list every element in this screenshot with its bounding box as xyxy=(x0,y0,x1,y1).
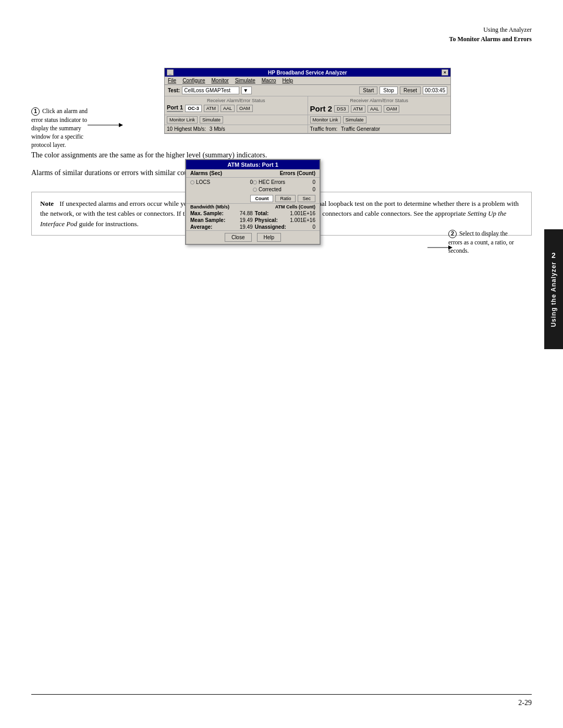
port2-tab-ds3[interactable]: DS3 xyxy=(334,105,349,113)
atm-popup-footer: Close Help xyxy=(186,230,320,244)
port1-simulate-btn[interactable]: Simulate xyxy=(200,116,223,124)
alarm-locs-label: LOCS xyxy=(190,179,237,185)
alarm-locs-value: 0 xyxy=(237,179,253,185)
average-label: Average: xyxy=(190,224,234,230)
footer-line xyxy=(31,694,532,695)
port2-traffic-cell: Traffic from: Traffic Generator xyxy=(308,125,451,133)
annotation-1-text: Click an alarm and error status indicato… xyxy=(31,108,88,148)
stop-button[interactable]: Stop xyxy=(380,87,398,94)
atm-cells-header: ATM Cells (Count) xyxy=(275,204,315,209)
max-sample-label: Max. Sample: xyxy=(190,211,234,216)
corrected-value: 0 xyxy=(300,187,315,192)
annotation-2: 2 Select to display the errors as a coun… xyxy=(448,229,521,255)
atm-section-header: Alarms (Sec) Errors (Count) xyxy=(186,169,320,178)
page-header: Using the Analyzer To Monitor Alarms and… xyxy=(449,25,532,44)
window-close-btn[interactable]: × xyxy=(442,69,448,76)
port2-section: Receiver Alarm/Error Status Port 2 DS3 A… xyxy=(308,96,451,115)
port2-traffic-value: Traffic Generator xyxy=(341,126,380,132)
toolbar-dropdown[interactable]: ▼ xyxy=(241,87,252,94)
window-menu: File Configure Monitor Simulate Macro He… xyxy=(165,77,450,85)
menu-configure[interactable]: Configure xyxy=(182,78,205,83)
menu-file[interactable]: File xyxy=(168,78,176,83)
port1-tab-aal[interactable]: AAL xyxy=(221,105,235,112)
max-sample-value: 74.88 xyxy=(234,211,253,216)
header-subtitle: Using the Analyzer xyxy=(449,25,532,34)
arrow-2 xyxy=(427,242,454,253)
errors-header: Errors (Count) xyxy=(280,170,315,176)
reset-button[interactable]: Reset xyxy=(400,87,421,94)
port1-status-header: Receiver Alarm/Error Status xyxy=(167,98,305,103)
atm-popup-title: ATM Status: Port 1 xyxy=(186,160,320,169)
bw-row-3: Average: 19.49 Unassigned: 0 xyxy=(186,224,320,230)
monitor-row: Monitor Link Simulate Monitor Link Simul… xyxy=(165,115,450,125)
atm-popup: ATM Status: Port 1 Alarms (Sec) Errors (… xyxy=(185,159,321,245)
error-corrected-cell: Corrected 0 xyxy=(253,187,315,192)
corrected-bullet xyxy=(253,188,257,192)
test-input[interactable] xyxy=(182,87,239,94)
screenshot-container: _ HP Broadband Service Analyzer × File C… xyxy=(123,68,532,134)
unassigned-value: 0 xyxy=(287,224,315,230)
port1-bandwidth-cell: 10 Highest Mb/s: 3 Mb/s xyxy=(165,125,308,133)
bw-row-1: Max. Sample: 74.88 Total: 1.001E+16 xyxy=(186,210,320,217)
locs-bullet xyxy=(190,180,194,184)
alarm-empty-cell xyxy=(190,187,253,192)
port2-tab-aal[interactable]: AAL xyxy=(368,105,382,113)
help-popup-btn[interactable]: Help xyxy=(257,233,282,242)
port2-name: Port 2 xyxy=(310,104,333,113)
total-label: Total: xyxy=(253,211,287,216)
window-minimize-btn[interactable]: _ xyxy=(167,69,174,76)
port1-tab-oc3[interactable]: OC-3 xyxy=(185,105,202,112)
port1-monitor-cell: Monitor Link Simulate xyxy=(165,115,308,125)
menu-monitor[interactable]: Monitor xyxy=(211,78,228,83)
window-titlebar: _ HP Broadband Service Analyzer × xyxy=(165,68,450,77)
mean-sample-value: 19.49 xyxy=(234,217,253,223)
tab-count[interactable]: Count xyxy=(250,195,273,202)
port1-tab-oam[interactable]: OAM xyxy=(237,105,253,112)
header-title: To Monitor Alarms and Errors xyxy=(449,34,532,44)
page-footer: 2-29 xyxy=(31,694,532,707)
start-button[interactable]: Start xyxy=(359,87,377,94)
svg-marker-3 xyxy=(448,245,452,250)
port1-section: Receiver Alarm/Error Status Port 1 OC-3 … xyxy=(165,96,308,115)
port2-tab-atm[interactable]: ATM xyxy=(351,105,365,113)
tab-ratio[interactable]: Ratio xyxy=(275,195,296,202)
note-suffix: guide for instructions. xyxy=(77,220,139,228)
mean-sample-label: Mean Sample: xyxy=(190,217,234,223)
chapter-number: 2 xyxy=(552,251,556,260)
annotation-2-text: Select to display the errors as a count,… xyxy=(448,230,514,254)
test-label: Test: xyxy=(168,88,180,93)
port2-traffic-label: Traffic from: xyxy=(310,126,338,132)
annotation-circle-1: 1 xyxy=(31,107,40,116)
port2-status-header: Receiver Alarm/Error Status xyxy=(310,98,449,103)
port2-monitor-btn[interactable]: Monitor Link xyxy=(310,116,341,124)
chapter-tab: 2 Using the Analyzer xyxy=(544,229,563,349)
tab-sec[interactable]: Sec xyxy=(298,195,315,202)
error-hec-cell: HEC Errors 0 xyxy=(253,179,315,185)
hec-error-value: 0 xyxy=(300,179,315,185)
bandwidth-row: 10 Highest Mb/s: 3 Mb/s Traffic from: Tr… xyxy=(165,125,450,133)
menu-simulate[interactable]: Simulate xyxy=(235,78,255,83)
total-value: 1.001E+16 xyxy=(287,211,315,216)
port1-monitor-btn[interactable]: Monitor Link xyxy=(167,116,198,124)
port2-monitor-cell: Monitor Link Simulate xyxy=(308,115,451,125)
note-label: Note xyxy=(40,200,54,207)
close-popup-btn[interactable]: Close xyxy=(225,233,252,242)
receiver-area: Receiver Alarm/Error Status Port 1 OC-3 … xyxy=(165,96,450,115)
port1-bw-value: 3 Mb/s xyxy=(210,126,225,132)
port2-simulate-btn[interactable]: Simulate xyxy=(343,116,366,124)
alarms-header: Alarms (Sec) xyxy=(190,170,222,176)
menu-macro[interactable]: Macro xyxy=(262,78,276,83)
menu-help[interactable]: Help xyxy=(283,78,293,83)
port2-tab-oam[interactable]: OAM xyxy=(384,105,400,113)
time-display: 00:03:45 xyxy=(423,87,447,94)
chapter-label: Using the Analyzer xyxy=(550,262,557,327)
port1-tab-atm[interactable]: ATM xyxy=(204,105,218,112)
window-controls: × xyxy=(442,69,448,76)
atm-bandwidth-header: Bandwidth (Mb/s) ATM Cells (Count) xyxy=(186,203,320,210)
atm-data-row-1: LOCS 0 HEC Errors 0 xyxy=(186,178,320,187)
atm-data-row-2: Corrected 0 xyxy=(186,187,320,194)
physical-value: 1.001E+16 xyxy=(287,217,315,223)
bw-row-2: Mean Sample: 19.49 Physical: 1.001E+16 xyxy=(186,217,320,224)
analyzer-window: _ HP Broadband Service Analyzer × File C… xyxy=(164,68,451,134)
page-number: 2-29 xyxy=(31,699,532,707)
